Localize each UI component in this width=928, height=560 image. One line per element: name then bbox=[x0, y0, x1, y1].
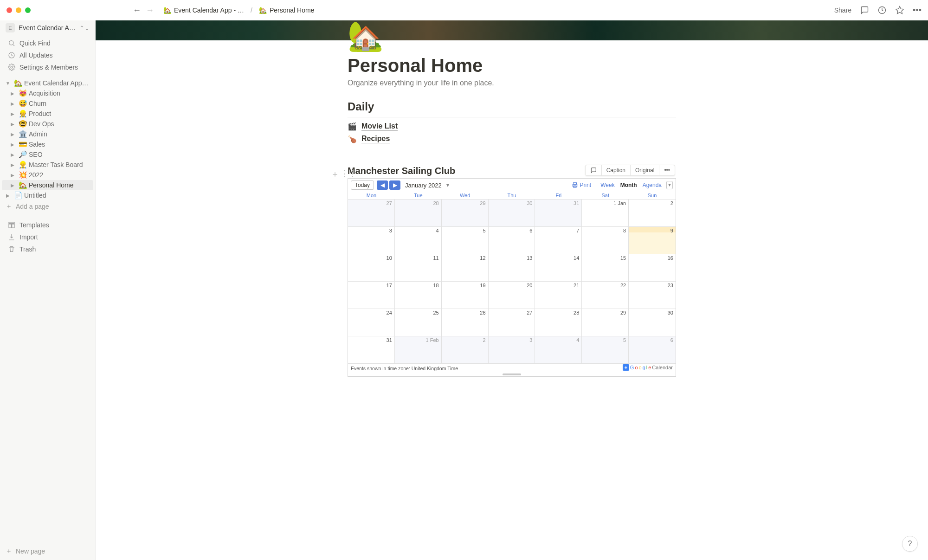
calendar-cell[interactable]: 3 bbox=[489, 336, 535, 364]
sidebar-item-templates[interactable]: Templates bbox=[2, 219, 93, 231]
view-dropdown-icon[interactable]: ▾ bbox=[666, 181, 673, 189]
calendar-cell[interactable]: 11 bbox=[395, 254, 442, 282]
embed-caption-button[interactable]: Caption bbox=[602, 165, 631, 175]
today-button[interactable]: Today bbox=[351, 180, 374, 190]
tree-item-churn[interactable]: ▶😅Churn bbox=[2, 98, 93, 109]
calendar-cell[interactable]: 23 bbox=[629, 282, 676, 309]
calendar-cell[interactable]: 29 bbox=[442, 200, 489, 227]
chevron-right-icon[interactable]: ▶ bbox=[8, 162, 17, 167]
calendar-cell[interactable]: 19 bbox=[442, 282, 489, 309]
workspace-switcher[interactable]: E Event Calendar App ⌃⌄ bbox=[0, 20, 95, 35]
sidebar-item-trash[interactable]: Trash bbox=[2, 243, 93, 255]
calendar-cell[interactable]: 2 bbox=[629, 200, 676, 227]
chevron-down-icon[interactable]: ▼ bbox=[4, 81, 12, 86]
calendar-cell[interactable]: 31 bbox=[535, 200, 582, 227]
calendar-cell[interactable]: 6 bbox=[629, 336, 676, 364]
sidebar-item-all-updates[interactable]: All Updates bbox=[2, 49, 93, 61]
calendar-cell[interactable]: 27 bbox=[489, 309, 535, 336]
calendar-cell[interactable]: 31 bbox=[348, 336, 395, 364]
tree-item-master-task-board[interactable]: ▶👷‍♂️Master Task Board bbox=[2, 160, 93, 170]
back-button[interactable]: ← bbox=[133, 6, 141, 15]
calendar-cell[interactable]: 10 bbox=[348, 254, 395, 282]
help-button[interactable]: ? bbox=[902, 536, 918, 552]
calendar-cell[interactable]: 26 bbox=[442, 309, 489, 336]
calendar-cell[interactable]: 4 bbox=[535, 336, 582, 364]
calendar-cell[interactable]: 6 bbox=[489, 227, 535, 254]
favorite-icon[interactable] bbox=[895, 6, 904, 15]
chevron-right-icon[interactable]: ▶ bbox=[8, 101, 17, 106]
calendar-cell[interactable]: 16 bbox=[629, 254, 676, 282]
calendar-cell[interactable]: 28 bbox=[395, 200, 442, 227]
chevron-right-icon[interactable]: ▶ bbox=[4, 193, 12, 198]
share-button[interactable]: Share bbox=[834, 6, 851, 14]
page-link[interactable]: 🍗Recipes bbox=[348, 133, 676, 145]
calendar-cell[interactable]: 15 bbox=[582, 254, 629, 282]
calendar-cell[interactable]: 27 bbox=[348, 200, 395, 227]
calendar-cell[interactable]: 9 bbox=[629, 227, 676, 254]
tree-item-acquisition[interactable]: ▶😻Acquisition bbox=[2, 88, 93, 98]
page-emoji[interactable]: 🏡 bbox=[348, 22, 676, 51]
tree-item-personal-home[interactable]: ▶🏡Personal Home bbox=[2, 180, 93, 190]
calendar-cell[interactable]: 5 bbox=[442, 227, 489, 254]
page-link[interactable]: 🎬Movie List bbox=[348, 120, 676, 133]
calendar-cell[interactable]: 30 bbox=[489, 200, 535, 227]
embed-block[interactable]: ＋ ⋮⋮ Caption Original ••• Manchester Sai… bbox=[348, 166, 676, 377]
tree-item-2022[interactable]: ▶💥2022 bbox=[2, 170, 93, 180]
sidebar-item-import[interactable]: Import bbox=[2, 231, 93, 243]
breadcrumb-current[interactable]: 🏡 Personal Home bbox=[256, 5, 317, 15]
calendar-cell[interactable]: 17 bbox=[348, 282, 395, 309]
new-page-button[interactable]: ＋ New page bbox=[0, 544, 95, 560]
tree-item-dev-ops[interactable]: ▶🤓Dev Ops bbox=[2, 119, 93, 129]
chevron-right-icon[interactable]: ▶ bbox=[8, 122, 17, 127]
calendar-cell[interactable]: 18 bbox=[395, 282, 442, 309]
add-page-button[interactable]: ＋ Add a page bbox=[0, 200, 95, 212]
section-heading[interactable]: Daily bbox=[348, 100, 676, 113]
tree-item-seo[interactable]: ▶🔎SEO bbox=[2, 149, 93, 160]
calendar-cell[interactable]: 25 bbox=[395, 309, 442, 336]
calendar-cell[interactable]: 7 bbox=[535, 227, 582, 254]
calendar-cell[interactable]: 13 bbox=[489, 254, 535, 282]
chevron-right-icon[interactable]: ▶ bbox=[8, 173, 17, 178]
calendar-cell[interactable]: 29 bbox=[582, 309, 629, 336]
tab-week[interactable]: Week bbox=[598, 181, 617, 189]
embed-comment-button[interactable] bbox=[586, 165, 602, 175]
tree-item-sales[interactable]: ▶💳Sales bbox=[2, 139, 93, 149]
calendar-cell[interactable]: 1 Feb bbox=[395, 336, 442, 364]
sidebar-item-settings-members[interactable]: Settings & Members bbox=[2, 61, 93, 73]
page-title[interactable]: Personal Home bbox=[348, 55, 676, 76]
close-window-button[interactable] bbox=[6, 7, 12, 13]
chevron-right-icon[interactable]: ▶ bbox=[8, 142, 17, 147]
calendar-cell[interactable]: 4 bbox=[395, 227, 442, 254]
add-block-button[interactable]: ＋ bbox=[331, 168, 339, 180]
prev-month-button[interactable]: ◀ bbox=[377, 180, 388, 190]
tree-item-admin[interactable]: ▶🏛️Admin bbox=[2, 129, 93, 139]
calendar-cell[interactable]: 2 bbox=[442, 336, 489, 364]
embed-more-button[interactable]: ••• bbox=[659, 165, 675, 175]
month-dropdown-icon[interactable]: ▾ bbox=[446, 182, 449, 188]
chevron-right-icon[interactable]: ▶ bbox=[8, 91, 17, 96]
calendar-cell[interactable]: 8 bbox=[582, 227, 629, 254]
sidebar-item-quick-find[interactable]: Quick Find bbox=[2, 37, 93, 49]
tab-month[interactable]: Month bbox=[618, 181, 640, 189]
calendar-cell[interactable]: 20 bbox=[489, 282, 535, 309]
chevron-right-icon[interactable]: ▶ bbox=[8, 111, 17, 116]
calendar-cell[interactable]: 3 bbox=[348, 227, 395, 254]
embed-original-button[interactable]: Original bbox=[631, 165, 659, 175]
calendar-cell[interactable]: 14 bbox=[535, 254, 582, 282]
calendar-cell[interactable]: 24 bbox=[348, 309, 395, 336]
calendar-cell[interactable]: 30 bbox=[629, 309, 676, 336]
calendar-cell[interactable]: 22 bbox=[582, 282, 629, 309]
more-icon[interactable]: ••• bbox=[913, 6, 922, 15]
tree-root[interactable]: ▼ 🏡 Event Calendar App - … bbox=[2, 78, 93, 88]
calendar-cell[interactable]: 5 bbox=[582, 336, 629, 364]
calendar-cell[interactable]: 1 Jan bbox=[582, 200, 629, 227]
resize-handle-bottom[interactable] bbox=[503, 373, 521, 375]
tab-agenda[interactable]: Agenda bbox=[640, 181, 664, 189]
chevron-right-icon[interactable]: ▶ bbox=[8, 152, 17, 157]
minimize-window-button[interactable] bbox=[16, 7, 21, 13]
next-month-button[interactable]: ▶ bbox=[389, 180, 400, 190]
breadcrumb-root[interactable]: 🏡 Event Calendar App - … bbox=[161, 5, 247, 15]
chevron-right-icon[interactable]: ▶ bbox=[8, 132, 17, 137]
chevron-right-icon[interactable]: ▶ bbox=[8, 183, 17, 188]
page-subtitle[interactable]: Organize everything in your life in one … bbox=[348, 79, 676, 87]
